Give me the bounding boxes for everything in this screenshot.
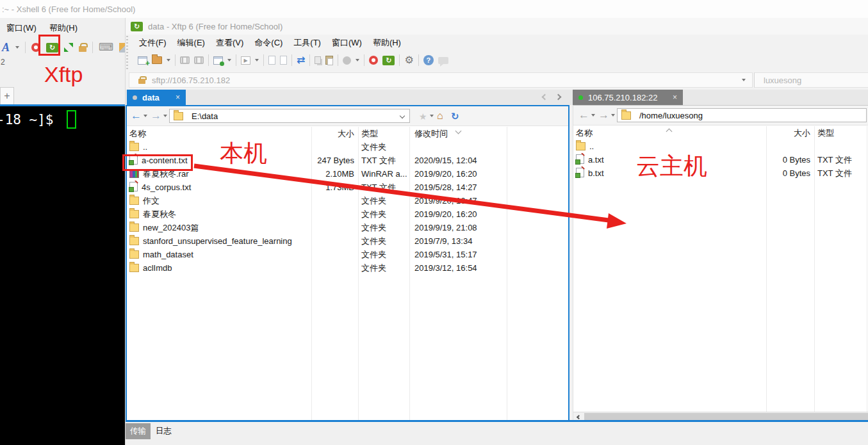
session-box[interactable]: luxuesong: [754, 72, 868, 88]
terminal-cursor: [67, 110, 76, 129]
tab-transfer[interactable]: 传输: [126, 423, 151, 439]
xshell-new-tab-button[interactable]: +: [0, 87, 14, 104]
feedback-icon[interactable]: [438, 57, 448, 64]
table-row[interactable]: 春夏秋冬.rar2.10MBWinRAR a...2019/9/20, 16:2…: [127, 167, 568, 181]
tab-scroll-right-icon[interactable]: [555, 94, 562, 101]
lock-icon[interactable]: [79, 46, 86, 52]
xshell-menu-help[interactable]: 帮助(H): [49, 22, 78, 34]
xshell-terminal[interactable]: -18 ~]$: [0, 104, 125, 445]
local-path-input[interactable]: E:\data: [169, 109, 410, 123]
file-modified: 2020/9/15, 12:04: [409, 154, 507, 167]
back-icon[interactable]: ←: [131, 110, 142, 121]
table-row[interactable]: aclImdb文件夹2019/3/12, 16:54: [127, 261, 568, 275]
file-name-cell: stanford_unsupervised_feature_learning: [127, 234, 311, 248]
favorites-icon[interactable]: ★: [419, 112, 427, 121]
table-row[interactable]: math_dataset文件夹2019/5/31, 15:17: [127, 248, 568, 261]
back-dropdown-icon[interactable]: [591, 114, 595, 117]
table-row[interactable]: a-content.txt247 BytesTXT 文件2020/9/15, 1…: [127, 154, 568, 167]
table-row[interactable]: 4s_corpus.txt1.73MBTXT 文件2019/5/28, 14:2…: [127, 181, 568, 194]
table-row[interactable]: b.txt0 BytesTXT 文件: [573, 166, 868, 180]
record-icon[interactable]: [343, 56, 351, 65]
menu-view[interactable]: 查看(V): [216, 37, 243, 49]
menu-help[interactable]: 帮助(H): [373, 37, 401, 49]
table-row[interactable]: stanford_unsupervised_feature_learning文件…: [127, 234, 568, 248]
run-dropdown-icon[interactable]: [255, 59, 259, 61]
properties-dropdown-icon[interactable]: [227, 59, 231, 61]
session-properties-icon[interactable]: [213, 56, 223, 65]
tab-log[interactable]: 日志: [151, 423, 176, 439]
column-divider[interactable]: [358, 127, 359, 420]
column-divider[interactable]: [867, 126, 867, 412]
table-row[interactable]: ..: [573, 140, 868, 153]
back-icon[interactable]: ←: [578, 109, 589, 120]
reconnect-icon[interactable]: [194, 56, 204, 64]
help-icon[interactable]: ?: [423, 55, 434, 65]
record-dropdown-icon[interactable]: [356, 59, 359, 61]
font-icon[interactable]: A: [2, 42, 10, 53]
xshell-menu-window[interactable]: 窗口(W): [6, 22, 37, 34]
column-header-size[interactable]: 大小: [766, 126, 814, 140]
copy-icon[interactable]: [315, 56, 321, 64]
column-divider[interactable]: [311, 127, 312, 420]
xftp-app-icon: ↻: [131, 22, 143, 31]
file-name: aclImdb: [143, 261, 172, 275]
launch-xshell-icon[interactable]: [369, 56, 378, 65]
menu-command[interactable]: 命令(C): [254, 37, 283, 49]
table-row[interactable]: 作文文件夹2019/9/20, 16:47: [127, 194, 568, 207]
column-header-name[interactable]: 名称: [127, 127, 311, 140]
open-dropdown-icon[interactable]: [167, 59, 170, 61]
path-dropdown-icon[interactable]: [400, 113, 405, 118]
column-header-size[interactable]: 大小: [311, 127, 358, 140]
menu-tools[interactable]: 工具(T): [293, 37, 321, 49]
txt-icon: [576, 168, 584, 177]
new-session-icon[interactable]: +: [138, 56, 147, 65]
file-modified: 2019/7/9, 13:34: [409, 234, 507, 248]
table-row[interactable]: new_202403篇文件夹2019/9/19, 21:08: [127, 221, 568, 234]
address-dropdown-icon[interactable]: [742, 79, 746, 81]
back-dropdown-icon[interactable]: [143, 115, 147, 117]
forward-dropdown-icon[interactable]: [163, 115, 167, 117]
favorites-dropdown-icon[interactable]: [430, 115, 434, 117]
font-dropdown-icon[interactable]: [15, 46, 19, 49]
close-icon[interactable]: ×: [176, 93, 180, 102]
column-divider[interactable]: [766, 126, 767, 412]
table-row[interactable]: 春夏秋冬文件夹2019/9/20, 16:20: [127, 207, 568, 221]
file-size: 247 Bytes: [311, 154, 358, 167]
folder-icon: [129, 143, 139, 151]
transfer-icon[interactable]: ⇄: [297, 55, 305, 65]
open-folder-icon[interactable]: [152, 56, 162, 64]
column-divider[interactable]: [814, 126, 815, 412]
tab-scroll-left-icon[interactable]: [542, 94, 548, 101]
xftp-logo-icon[interactable]: ↻: [382, 56, 395, 65]
forward-icon[interactable]: →: [598, 109, 609, 120]
file-name-cell: 4s_corpus.txt: [127, 181, 311, 194]
column-divider[interactable]: [507, 127, 507, 420]
local-file-pane: ← → E:\data ★ ⌂ ↻ 名称: [126, 105, 569, 421]
download-icon[interactable]: [268, 56, 275, 65]
xftp-window: ↻ data - Xftp 6 (Free for Home/School) 文…: [125, 18, 868, 445]
table-row[interactable]: a.txt0 BytesTXT 文件: [573, 153, 868, 166]
home-icon[interactable]: ⌂: [437, 111, 443, 121]
paste-icon[interactable]: [325, 56, 333, 65]
menu-file[interactable]: 文件(F): [139, 37, 167, 49]
forward-icon[interactable]: →: [151, 110, 161, 121]
address-bar[interactable]: sftp://106.75.210.182: [129, 72, 753, 88]
menu-edit[interactable]: 编辑(E): [177, 37, 205, 49]
forward-dropdown-icon[interactable]: [611, 114, 615, 117]
close-icon[interactable]: ×: [673, 93, 677, 102]
gear-icon[interactable]: ⚙: [404, 55, 413, 65]
disconnect-icon[interactable]: [180, 56, 190, 64]
column-divider[interactable]: [409, 127, 410, 420]
tab-local-data[interactable]: data ×: [127, 90, 186, 105]
menu-window[interactable]: 窗口(W): [332, 37, 362, 49]
column-header-type[interactable]: 类型: [814, 126, 868, 140]
column-header-type[interactable]: 类型: [358, 127, 409, 140]
fullscreen-icon[interactable]: [64, 43, 73, 52]
tab-remote-host[interactable]: 106.75.210.182:22 ×: [573, 90, 683, 105]
refresh-icon[interactable]: ↻: [451, 111, 459, 121]
keyboard-icon[interactable]: ⌨: [99, 42, 113, 53]
upload-icon[interactable]: [280, 56, 287, 65]
remote-path-input[interactable]: /home/luxuesong: [617, 108, 867, 122]
run-icon[interactable]: ▶: [241, 56, 250, 65]
table-row[interactable]: ..文件夹: [127, 140, 568, 154]
